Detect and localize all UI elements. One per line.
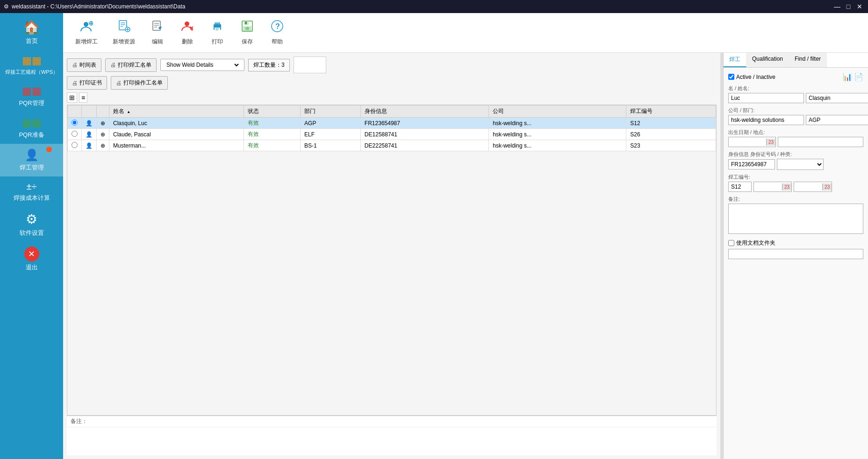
table-row[interactable]: 👤 ⊕ Musterman... 有效 BS-1 DE22258741 hsk-… (68, 140, 716, 151)
welder-num-date1-input[interactable] (754, 182, 782, 191)
svg-rect-20 (215, 28, 220, 31)
title-bar-left: ⚙ weldassistant - C:\Users\Administrator… (4, 3, 185, 10)
help-button[interactable]: ? 帮助 (263, 17, 291, 49)
birth-place-input[interactable] (778, 137, 863, 147)
active-inactive-label[interactable]: Active / Inactive (736, 74, 775, 80)
export-pdf-icon[interactable]: 📄 (854, 72, 863, 81)
app-container: 🏠 首页 ▦▦ 焊接工艺规程（WPS） ▦▦ PQR管理 ▦▦ PQR准备 👤 … (0, 13, 868, 459)
dept-input[interactable] (806, 115, 868, 125)
add-welder-button[interactable]: 新增焊工 (69, 17, 104, 49)
print-ops-table-button[interactable]: 🖨 打印操作工名单 (111, 76, 168, 90)
tab-find-filter[interactable]: Find / filter (789, 53, 827, 67)
row-name: Clasquin, Luc (109, 118, 244, 129)
bottom-notes-label: 备注： (67, 416, 717, 427)
company-input[interactable] (728, 115, 804, 125)
table-row[interactable]: 👤 ⊕ Clasquin, Luc 有效 AGP FR123654987 hsk… (68, 118, 716, 129)
first-name-input[interactable] (728, 93, 804, 103)
home-icon: 🏠 (23, 20, 40, 35)
print-icon (211, 20, 224, 36)
birth-date-picker-button[interactable]: 23 (766, 139, 775, 146)
row-weldernum: S23 (626, 140, 716, 151)
col-status[interactable]: 状态 (244, 106, 301, 118)
list-view-button[interactable]: ≡ (79, 92, 87, 103)
expand-icon[interactable]: ⊕ (100, 131, 105, 138)
welder-num-input[interactable] (728, 182, 752, 192)
expand-icon[interactable]: ⊕ (100, 142, 105, 149)
save-button[interactable]: 保存 (233, 17, 261, 49)
active-inactive-checkbox[interactable] (728, 74, 734, 80)
folder-label[interactable]: 使用文档文件夹 (736, 239, 775, 247)
print-welder-list-label: 打印焊工名单 (118, 61, 151, 69)
notes-textarea[interactable] (728, 204, 863, 234)
sidebar-item-wps[interactable]: ▦▦ 焊接工艺规程（WPS） (0, 50, 63, 80)
sidebar-item-pqr-mgmt[interactable]: ▦▦ PQR管理 (0, 80, 63, 112)
radio-input[interactable] (72, 131, 78, 137)
row-expand[interactable]: ⊕ (97, 129, 109, 140)
sidebar-item-exit[interactable]: ✕ 退出 (0, 242, 63, 276)
tab-qualification[interactable]: Qualification (746, 53, 789, 67)
print-label: 打印 (212, 38, 223, 46)
last-name-input[interactable] (806, 93, 868, 103)
time-table-button[interactable]: 🖨 时间表 (67, 58, 101, 72)
show-weld-details-dropdown[interactable]: Show Weld Details Show Weld Test Details… (160, 59, 244, 71)
delete-button[interactable]: 删除 (173, 17, 201, 49)
radio-input[interactable] (72, 120, 78, 126)
svg-text:?: ? (275, 22, 280, 30)
svg-point-15 (185, 21, 189, 26)
row-radio[interactable] (68, 118, 82, 129)
save-label: 保存 (242, 38, 253, 46)
row-weldernum: S26 (626, 129, 716, 140)
print-cert-button[interactable]: 🖨 打印证书 (67, 76, 107, 90)
tab-welder[interactable]: 焊工 (724, 53, 746, 67)
help-icon: ? (271, 20, 284, 36)
row-radio[interactable] (68, 140, 82, 151)
wps-icon: ▦▦ (22, 55, 42, 67)
sidebar-item-settings[interactable]: ⚙ 软件设置 (0, 207, 63, 242)
welder-num-date2-input[interactable] (794, 182, 822, 191)
export-excel-icon[interactable]: 📊 (843, 72, 852, 81)
col-expand (97, 106, 109, 118)
help-label: 帮助 (272, 38, 283, 46)
weld-details-select[interactable]: Show Weld Details Show Weld Test Details… (165, 61, 240, 69)
row-status: 有效 (244, 129, 301, 140)
row-expand[interactable]: ⊕ (97, 140, 109, 151)
expand-icon[interactable]: ⊕ (100, 120, 105, 127)
welder-num-date1-btn[interactable]: 23 (782, 184, 791, 191)
folder-path-input[interactable] (728, 249, 863, 259)
col-idinfo[interactable]: 身份信息 (360, 106, 488, 118)
maximize-button[interactable]: □ (844, 2, 853, 11)
print-button[interactable]: 打印 (203, 17, 231, 49)
add-resource-icon (117, 20, 130, 36)
welder-num-date2-btn[interactable]: 23 (822, 184, 832, 191)
table-row[interactable]: 👤 ⊕ Claude, Pascal 有效 ELF DE12588741 hsk… (68, 129, 716, 140)
id-type-select[interactable] (777, 159, 824, 170)
table-container: 姓名 ▲ 状态 部门 身份信息 (67, 105, 717, 416)
company-dept-label: 公司 / 部门: (728, 107, 863, 114)
birth-date-input[interactable] (729, 137, 766, 147)
row-weldernum: S12 (626, 118, 716, 129)
col-company[interactable]: 公司 (489, 106, 626, 118)
id-number-input[interactable] (728, 159, 775, 169)
print-welder-list-button[interactable]: 🖨 打印焊工名单 (105, 58, 157, 72)
sidebar-item-home[interactable]: 🏠 首页 (0, 15, 63, 50)
welder-num-row: 23 23 (728, 182, 863, 192)
col-weldernum[interactable]: 焊工编号 (626, 106, 716, 118)
col-dept[interactable]: 部门 (301, 106, 361, 118)
sidebar-item-cost-calc[interactable]: ±÷ 焊接成本计算 (0, 177, 63, 207)
app-icon: ⚙ (4, 3, 9, 10)
row-expand[interactable]: ⊕ (97, 118, 109, 129)
name-group: 名 / 姓名: (728, 85, 863, 103)
radio-input[interactable] (72, 142, 78, 148)
folder-checkbox[interactable] (728, 240, 734, 246)
sidebar-item-pqr-prep[interactable]: ▦▦ PQR准备 (0, 112, 63, 144)
close-button[interactable]: ✕ (855, 2, 864, 11)
active-inactive-row: Active / Inactive 📊 📄 (728, 72, 863, 81)
row-radio[interactable] (68, 129, 82, 140)
minimize-button[interactable]: — (832, 2, 842, 11)
row-company: hsk-welding s... (489, 118, 626, 129)
grid-view-button[interactable]: ⊞ (67, 92, 77, 103)
edit-button[interactable]: 编辑 (143, 17, 172, 49)
col-name[interactable]: 姓名 ▲ (109, 106, 244, 118)
add-resource-button[interactable]: 新增资源 (106, 17, 142, 49)
sidebar-item-welder-mgmt[interactable]: 👤 焊工管理 (0, 144, 63, 177)
